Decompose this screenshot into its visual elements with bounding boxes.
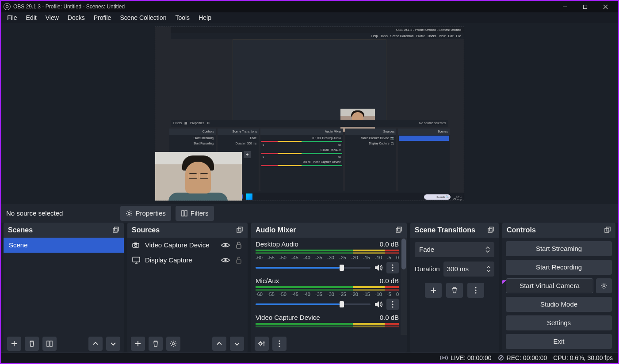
svg-point-0 [6, 5, 8, 8]
preview-webcam-source[interactable] [155, 152, 242, 201]
add-source-button[interactable] [131, 337, 145, 351]
chevron-up-icon [92, 341, 99, 347]
mixer-menu-button[interactable] [272, 337, 287, 351]
menu-help[interactable]: Help [194, 12, 216, 23]
volume-slider[interactable] [256, 267, 371, 269]
popout-icon[interactable] [604, 227, 611, 234]
level-meter [256, 252, 399, 254]
transitions-header[interactable]: Scene Transitions [410, 223, 499, 238]
record-icon [498, 355, 504, 361]
scene-item[interactable]: Scene [4, 238, 124, 253]
menu-scene-collection[interactable]: Scene Collection [115, 12, 171, 23]
scene-filters-button[interactable] [42, 337, 57, 351]
svg-rect-70 [605, 228, 609, 232]
menu-profile[interactable]: Profile [89, 12, 116, 23]
menu-view[interactable]: View [41, 12, 63, 23]
start-streaming-button[interactable]: Start Streaming [506, 241, 612, 256]
channel-options[interactable] [386, 262, 399, 273]
maximize-button[interactable] [575, 1, 595, 12]
svg-point-69 [475, 292, 476, 293]
source-item-display-capture[interactable]: Display Capture [127, 253, 248, 268]
preview-inner-menu: HelpToolsScene CollectionProfileDocksVie… [171, 33, 464, 39]
stream-status: LIVE: 00:00:00 [440, 354, 492, 361]
exit-button[interactable]: Exit [506, 334, 612, 349]
remove-source-button[interactable] [149, 337, 163, 351]
add-transition-button[interactable] [425, 283, 442, 298]
svg-point-62 [279, 345, 280, 347]
svg-rect-14 [182, 211, 184, 216]
properties-button[interactable]: Properties [120, 206, 171, 221]
visibility-toggle[interactable] [221, 242, 230, 248]
duration-input[interactable]: 300 ms [443, 262, 494, 277]
sources-toolbar [127, 335, 248, 353]
level-meter [256, 286, 399, 288]
svg-rect-2 [583, 5, 587, 8]
svg-point-51 [392, 303, 393, 305]
preview-area[interactable]: OBS 29.1.3 - Profile: Untitled - Scenes:… [1, 23, 618, 204]
svg-point-61 [279, 343, 280, 344]
menubar: File Edit View Docks Profile Scene Colle… [1, 12, 618, 23]
source-down-button[interactable] [230, 337, 244, 351]
transition-properties-button[interactable] [467, 283, 484, 298]
visibility-toggle[interactable] [221, 257, 230, 263]
chevron-down-icon [110, 341, 116, 347]
svg-rect-46 [397, 227, 401, 231]
lock-toggle[interactable] [234, 242, 243, 249]
svg-line-80 [606, 284, 606, 284]
kebab-icon [279, 340, 280, 347]
level-meter [256, 323, 399, 325]
scene-up-button[interactable] [88, 337, 103, 351]
volume-slider[interactable] [256, 303, 371, 305]
remove-scene-button[interactable] [25, 337, 39, 351]
svg-line-13 [131, 211, 131, 212]
svg-point-25 [135, 244, 137, 246]
mute-button[interactable] [374, 300, 383, 309]
start-virtual-camera-button[interactable]: Start Virtual Camera [506, 278, 593, 293]
controls-header[interactable]: Controls [502, 223, 615, 238]
close-button[interactable] [595, 1, 615, 12]
svg-point-36 [172, 342, 175, 345]
source-item-video-capture[interactable]: Video Capture Device [127, 238, 248, 253]
menu-docks[interactable]: Docks [63, 12, 89, 23]
scene-down-button[interactable] [106, 337, 120, 351]
popout-icon[interactable] [236, 227, 243, 234]
studio-mode-button[interactable]: Studio Mode [506, 297, 612, 312]
add-scene-button[interactable] [7, 337, 21, 351]
svg-point-52 [392, 306, 393, 307]
transition-select[interactable]: Fade [415, 242, 494, 257]
lock-toggle[interactable] [234, 257, 243, 264]
kebab-icon [475, 287, 477, 294]
advanced-audio-button[interactable] [255, 337, 269, 351]
mixer-scrollbar[interactable] [401, 238, 407, 335]
popout-icon[interactable] [112, 227, 119, 234]
mute-button[interactable] [374, 263, 383, 272]
menu-file[interactable]: File [3, 12, 22, 23]
remove-transition-button[interactable] [446, 283, 463, 298]
preview-inner-title: OBS 29.1.3 - Profile: Untitled - Scenes:… [171, 27, 464, 33]
svg-rect-16 [113, 228, 117, 232]
start-recording-button[interactable]: Start Recording [506, 260, 612, 275]
svg-rect-45 [396, 228, 400, 232]
channel-db: 0.0 dB [380, 277, 399, 284]
source-up-button[interactable] [212, 337, 226, 351]
preview-canvas[interactable]: OBS 29.1.3 - Profile: Untitled - Scenes:… [155, 27, 464, 201]
popout-icon[interactable] [395, 227, 402, 234]
minimize-button[interactable] [554, 1, 575, 12]
scenes-header[interactable]: Scenes [4, 223, 124, 238]
svg-point-47 [392, 264, 393, 265]
popout-icon[interactable] [487, 227, 494, 234]
menu-tools[interactable]: Tools [171, 12, 194, 23]
sources-header[interactable]: Sources [127, 223, 248, 238]
level-meter [256, 289, 399, 291]
channel-options[interactable] [386, 299, 399, 310]
settings-button[interactable]: Settings [506, 315, 612, 330]
virtual-camera-settings-button[interactable] [596, 278, 612, 293]
svg-rect-63 [488, 228, 492, 232]
audio-mixer-header[interactable]: Audio Mixer [251, 223, 407, 238]
filters-button[interactable]: Filters [176, 206, 214, 221]
trash-icon [152, 340, 159, 347]
menu-edit[interactable]: Edit [22, 12, 41, 23]
source-properties-button[interactable] [166, 337, 180, 351]
mixer-toolbar [251, 335, 407, 353]
svg-rect-64 [489, 227, 493, 231]
